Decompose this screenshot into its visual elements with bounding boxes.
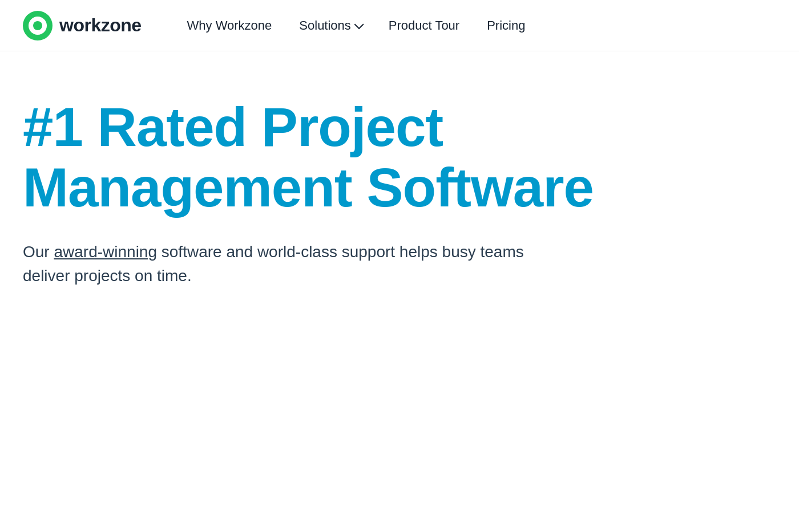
workzone-logo-icon — [23, 11, 53, 40]
logo-link[interactable]: workzone — [23, 11, 142, 40]
brand-name: workzone — [59, 15, 142, 36]
award-winning-link[interactable]: award-winning — [54, 243, 157, 261]
hero-title: #1 Rated Project Management Software — [23, 97, 776, 217]
hero-subtitle: Our award-winning software and world-cla… — [23, 240, 536, 288]
header: workzone Why Workzone Solutions Product … — [0, 0, 799, 51]
hero-section: #1 Rated Project Management Software Our… — [0, 51, 799, 322]
chevron-down-icon — [354, 19, 364, 29]
nav-item-product-tour[interactable]: Product Tour — [377, 14, 471, 38]
main-nav: Why Workzone Solutions Product Tour Pric… — [176, 14, 776, 38]
nav-item-solutions[interactable]: Solutions — [288, 14, 373, 38]
nav-item-pricing[interactable]: Pricing — [475, 14, 536, 38]
nav-item-why-workzone[interactable]: Why Workzone — [176, 14, 284, 38]
svg-point-2 — [33, 21, 42, 30]
